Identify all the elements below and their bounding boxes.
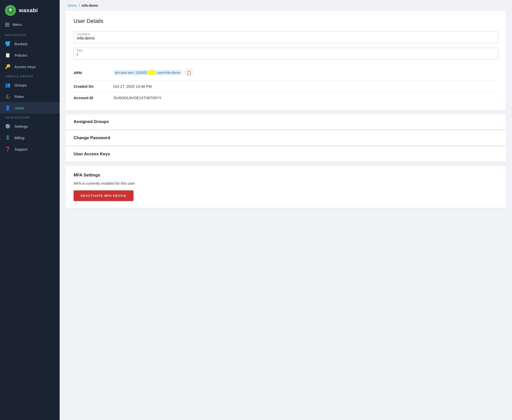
sidebar-item-users[interactable]: 👤 Users <box>0 102 60 114</box>
user-details-card: User Details UserName mfa-demo Path / AR… <box>66 11 506 110</box>
arn-prefix: arn:aws:iam::100000 <box>115 71 147 75</box>
user-access-keys-section[interactable]: User Access Keys <box>66 147 506 162</box>
path-label: Path <box>77 49 495 52</box>
copy-icon: 📋 <box>186 70 191 75</box>
sidebar-item-access-keys[interactable]: 🔑 Access Keys <box>0 61 60 72</box>
arn-value: arn:aws:iam::100000 :user/mfa-demo 📋 <box>113 68 193 77</box>
created-on-label: Created On <box>74 84 113 88</box>
account-id-value: 2IU0OOL6VOE1XT36T05YY <box>113 96 161 100</box>
logo-text: wasabi <box>19 7 38 14</box>
your-account-label: Your Account <box>0 114 60 121</box>
arn-row: ARN arn:aws:iam::100000 :user/mfa-demo 📋 <box>74 65 498 81</box>
data-access-label: Data Access <box>0 31 60 38</box>
groups-icon: 👥 <box>5 82 10 88</box>
sidebar-item-buckets[interactable]: 🪣 Buckets <box>0 38 60 49</box>
arn-suffix: :user/mfa-demo <box>156 71 180 75</box>
info-section: ARN arn:aws:iam::100000 :user/mfa-demo 📋… <box>74 65 498 103</box>
path-value: / <box>77 52 495 57</box>
users-groups-label: Users & Groups <box>0 72 60 79</box>
mfa-settings-card: MFA Settings MFA is currently enabled fo… <box>66 166 506 208</box>
sidebar-item-policies[interactable]: 📋 Policies <box>0 49 60 61</box>
account-id-row: Account ID 2IU0OOL6VOE1XT36T05YY <box>74 92 498 103</box>
path-field-group: Path / <box>74 48 498 60</box>
mfa-title: MFA Settings <box>74 173 498 178</box>
buckets-icon: 🪣 <box>5 41 10 46</box>
user-access-keys-title: User Access Keys <box>74 152 110 157</box>
change-password-title: Change Password <box>74 135 110 140</box>
assigned-groups-title: Assigned Groups <box>74 119 109 124</box>
hamburger-icon <box>5 23 9 26</box>
sidebar-item-access-keys-label: Access Keys <box>14 65 36 69</box>
mfa-status-text: MFA is currently enabled for this user <box>74 181 498 185</box>
users-icon: 👤 <box>5 105 10 111</box>
sidebar-item-billing-label: Billing <box>14 136 24 140</box>
main-content: Users / mfa-demo User Details UserName m… <box>60 0 512 420</box>
copy-arn-button[interactable]: 📋 <box>184 68 193 77</box>
wasabi-logo-icon <box>5 5 16 16</box>
sidebar-item-groups-label: Groups <box>14 83 27 87</box>
settings-icon: ⚙️ <box>5 124 10 129</box>
username-label: UserName <box>77 33 495 36</box>
sidebar: wasabi Menu Data Access 🪣 Buckets 📋 Poli… <box>0 0 60 420</box>
roles-icon: 🎩 <box>5 94 10 99</box>
sidebar-item-groups[interactable]: 👥 Groups <box>0 79 60 91</box>
deactivate-mfa-button[interactable]: DEACTIVATE MFA DEVICE <box>74 190 133 201</box>
arn-highlight <box>148 70 156 75</box>
policies-icon: 📋 <box>5 52 10 58</box>
account-id-label: Account ID <box>74 96 113 100</box>
breadcrumb: Users / mfa-demo <box>60 0 512 11</box>
arn-text: arn:aws:iam::100000 :user/mfa-demo <box>113 70 182 75</box>
support-icon: ❓ <box>5 146 10 152</box>
access-keys-icon: 🔑 <box>5 64 10 69</box>
breadcrumb-current: mfa-demo <box>82 3 98 7</box>
sidebar-item-roles-label: Roles <box>14 94 24 99</box>
user-details-title: User Details <box>74 18 498 24</box>
sidebar-item-roles[interactable]: 🎩 Roles <box>0 91 60 102</box>
arn-label: ARN <box>74 71 113 75</box>
sidebar-item-support-label: Support <box>14 147 28 151</box>
sidebar-item-buckets-label: Buckets <box>14 42 28 46</box>
created-on-row: Created On Oct 17, 2020 10:46 PM <box>74 81 498 92</box>
change-password-section[interactable]: Change Password <box>66 130 506 146</box>
sidebar-item-users-label: Users <box>14 106 24 110</box>
username-field-group: UserName mfa-demo <box>74 31 498 43</box>
breadcrumb-parent[interactable]: Users <box>68 3 77 7</box>
billing-icon: 💲 <box>5 135 10 140</box>
assigned-groups-section[interactable]: Assigned Groups <box>66 114 506 129</box>
created-on-value: Oct 17, 2020 10:46 PM <box>113 84 152 88</box>
menu-button[interactable]: Menu <box>0 20 60 31</box>
sidebar-item-support[interactable]: ❓ Support <box>0 143 60 155</box>
sidebar-item-settings-label: Settings <box>14 124 28 128</box>
sidebar-item-settings[interactable]: ⚙️ Settings <box>0 121 60 132</box>
sidebar-item-billing[interactable]: 💲 Billing <box>0 132 60 143</box>
username-value: mfa-demo <box>77 36 495 41</box>
logo-area: wasabi <box>0 0 60 20</box>
sidebar-item-policies-label: Policies <box>14 53 27 57</box>
menu-label: Menu <box>12 22 22 27</box>
